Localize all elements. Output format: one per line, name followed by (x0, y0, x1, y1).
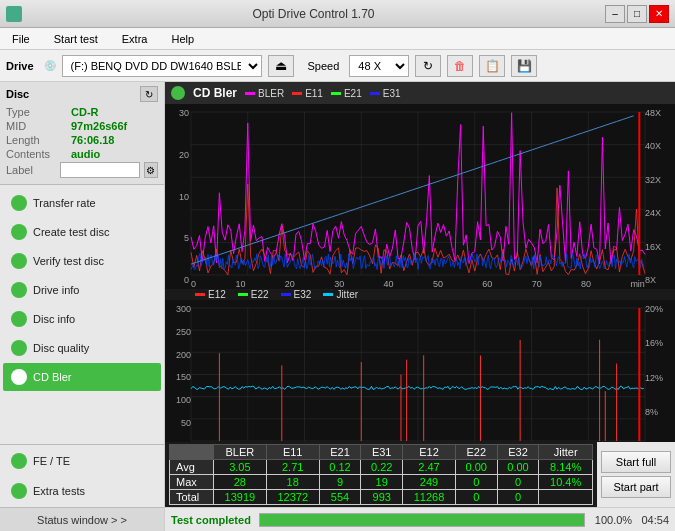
col-header-e31: E31 (361, 445, 403, 460)
menu-help[interactable]: Help (163, 31, 202, 47)
status-window-button[interactable]: Status window > > (0, 507, 164, 531)
nav-create-test-disc[interactable]: Create test disc (3, 218, 161, 246)
row-avg-e31: 0.22 (361, 460, 403, 475)
chart-title: CD Bler (193, 86, 237, 100)
legend-e22-label: E22 (251, 289, 269, 300)
lower-chart: 300 250 200 150 100 50 0 20% 16% 12% 8% … (165, 300, 675, 442)
col-header-e22: E22 (455, 445, 497, 460)
nav-disc-info-label: Disc info (33, 313, 75, 325)
legend-e12-label: E12 (208, 289, 226, 300)
nav-drive-info-icon (11, 282, 27, 298)
nav-disc-info[interactable]: Disc info (3, 305, 161, 333)
nav-extra-tests[interactable]: Extra tests (3, 477, 161, 505)
title-bar-left (6, 6, 22, 22)
action-buttons: Start full Start part (597, 442, 675, 507)
close-button[interactable]: ✕ (649, 5, 669, 23)
progress-percentage: 100.0% (593, 514, 633, 526)
legend-e11: E11 (292, 88, 323, 99)
nav-drive-info[interactable]: Drive info (3, 276, 161, 304)
table-row-total: Total 13919 12372 554 993 11268 0 0 (170, 490, 593, 505)
lower-chart-canvas (165, 300, 675, 442)
nav-create-test-disc-label: Create test disc (33, 226, 109, 238)
upper-chart: 30 20 10 5 0 48X 40X 32X 24X 16X 8X (165, 104, 675, 289)
main-area: Disc ↻ Type CD-R MID 97m26s66f Length 76… (0, 82, 675, 531)
row-total-e22: 0 (455, 490, 497, 505)
drive-select[interactable]: (F:) BENQ DVD DD DW1640 BSLB (62, 55, 262, 77)
eject-button[interactable]: ⏏ (268, 55, 294, 77)
legend-jitter-label: Jitter (336, 289, 358, 300)
row-total-e21: 554 (319, 490, 361, 505)
drive-label: Drive (6, 60, 34, 72)
window-controls: – □ ✕ (605, 5, 669, 23)
disc-refresh-button[interactable]: ↻ (140, 86, 158, 102)
menu-start-test[interactable]: Start test (46, 31, 106, 47)
sidebar-nav: Transfer rate Create test disc Verify te… (0, 185, 164, 444)
menu-file[interactable]: File (4, 31, 38, 47)
save-button[interactable]: 💾 (511, 55, 537, 77)
legend-e31-color (370, 92, 380, 95)
disc-type-key: Type (6, 106, 71, 118)
nav-fe-te-label: FE / TE (33, 455, 70, 467)
row-max-e11: 18 (266, 475, 319, 490)
table-row-avg: Avg 3.05 2.71 0.12 0.22 2.47 0.00 0.00 8… (170, 460, 593, 475)
nav-cd-bler-label: CD Bler (33, 371, 72, 383)
row-max-jitter: 10.4% (539, 475, 593, 490)
disc-length-value: 76:06.18 (71, 134, 114, 146)
legend-e32-color (281, 293, 291, 296)
copy-button[interactable]: 📋 (479, 55, 505, 77)
disc-title: Disc (6, 88, 29, 100)
speed-select[interactable]: 48 X (349, 55, 409, 77)
legend-bler-color (245, 92, 255, 95)
status-window-label: Status window > > (37, 514, 127, 526)
row-total-e12: 11268 (403, 490, 456, 505)
disc-length-row: Length 76:06.18 (6, 134, 158, 146)
sidebar: Disc ↻ Type CD-R MID 97m26s66f Length 76… (0, 82, 165, 531)
nav-fe-te[interactable]: FE / TE (3, 447, 161, 475)
legend-e32-label: E32 (294, 289, 312, 300)
col-header-e32: E32 (497, 445, 539, 460)
disc-label-settings-button[interactable]: ⚙ (144, 162, 158, 178)
row-avg-e32: 0.00 (497, 460, 539, 475)
minimize-button[interactable]: – (605, 5, 625, 23)
progress-time: 04:54 (641, 514, 669, 526)
legend-e11-color (292, 92, 302, 95)
menu-extra[interactable]: Extra (114, 31, 156, 47)
disc-contents-key: Contents (6, 148, 71, 160)
drive-bar: Drive 💿 (F:) BENQ DVD DD DW1640 BSLB ⏏ S… (0, 50, 675, 82)
nav-disc-quality[interactable]: Disc quality (3, 334, 161, 362)
disc-type-value: CD-R (71, 106, 99, 118)
disc-label-input[interactable] (60, 162, 140, 178)
disc-type-row: Type CD-R (6, 106, 158, 118)
nav-cd-bler[interactable]: CD Bler (3, 363, 161, 391)
disc-length-key: Length (6, 134, 71, 146)
erase-button[interactable]: 🗑 (447, 55, 473, 77)
refresh-speed-button[interactable]: ↻ (415, 55, 441, 77)
col-header-jitter: Jitter (539, 445, 593, 460)
row-max-e22: 0 (455, 475, 497, 490)
start-full-button[interactable]: Start full (601, 451, 671, 473)
row-max-bler: 28 (213, 475, 266, 490)
row-max-e31: 19 (361, 475, 403, 490)
nav-transfer-rate[interactable]: Transfer rate (3, 189, 161, 217)
start-part-button[interactable]: Start part (601, 476, 671, 498)
legend-e22: E22 (238, 289, 269, 300)
disc-mid-key: MID (6, 120, 71, 132)
table-header-row: BLER E11 E21 E31 E12 E22 E32 Jitter (170, 445, 593, 460)
nav-create-test-disc-icon (11, 224, 27, 240)
legend-bler: BLER (245, 88, 284, 99)
nav-verify-test-disc-label: Verify test disc (33, 255, 104, 267)
row-total-e11: 12372 (266, 490, 319, 505)
chart-header: CD Bler BLER E11 E21 E31 (165, 82, 675, 104)
charts-area: 30 20 10 5 0 48X 40X 32X 24X 16X 8X (165, 104, 675, 442)
nav-verify-test-disc[interactable]: Verify test disc (3, 247, 161, 275)
row-max-e32: 0 (497, 475, 539, 490)
title-bar: Opti Drive Control 1.70 – □ ✕ (0, 0, 675, 28)
legend-e32: E32 (281, 289, 312, 300)
row-avg-jitter: 8.14% (539, 460, 593, 475)
nav-verify-test-disc-icon (11, 253, 27, 269)
content-area: CD Bler BLER E11 E21 E31 (165, 82, 675, 531)
maximize-button[interactable]: □ (627, 5, 647, 23)
row-total-e31: 993 (361, 490, 403, 505)
legend-bler-label: BLER (258, 88, 284, 99)
speed-label: Speed (308, 60, 340, 72)
